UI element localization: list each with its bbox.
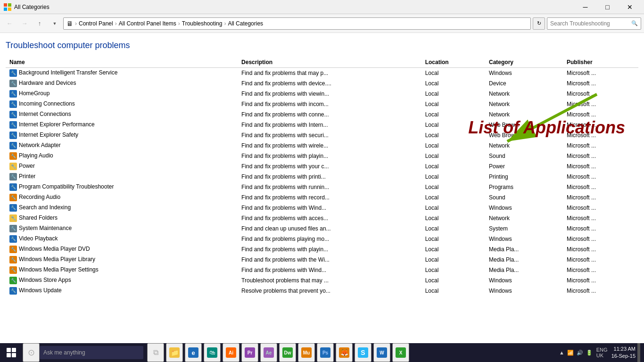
cell-location: Local: [421, 89, 485, 99]
cell-description: Find and fix problems with playin...: [238, 151, 421, 161]
window-title: All Categories: [14, 4, 50, 10]
window-controls: ─ □ ✕: [575, 0, 640, 14]
cell-name: 🔧Windows Media Player Settings: [6, 265, 238, 275]
table-row[interactable]: 🔧Internet Explorer SafetyFind and fix pr…: [6, 130, 638, 140]
row-name-text: Playing Audio: [19, 152, 53, 159]
search-box[interactable]: 🔍: [547, 17, 641, 30]
table-row[interactable]: 🔧Background Intelligent Transfer Service…: [6, 68, 638, 79]
table-row[interactable]: 🔧Windows Store AppsTroubleshoot problems…: [6, 275, 638, 286]
cell-description: Find and fix problems with Intern...: [238, 120, 421, 130]
table-row[interactable]: 🔧Windows Media Player SettingsFind and f…: [6, 265, 638, 275]
close-button[interactable]: ✕: [619, 0, 640, 14]
file-table: Name Description Location Category Publi…: [6, 57, 638, 296]
cell-name: 🔧Internet Explorer Performance: [6, 120, 238, 130]
cell-name: 🔧HomeGroup: [6, 89, 238, 99]
path-all-categories[interactable]: All Categories: [228, 20, 263, 27]
table-row[interactable]: 🔧Windows Media Player LibraryFind and fi…: [6, 255, 638, 265]
table-row[interactable]: 🔧Playing AudioFind and fix problems with…: [6, 151, 638, 161]
row-icon: 🔧: [9, 121, 17, 129]
table-row[interactable]: 🔧Windows UpdateResolve problems that pre…: [6, 286, 638, 296]
cell-publisher: Microsoft ...: [563, 213, 638, 223]
table-row[interactable]: 🔧Hardware and DevicesFind and fix proble…: [6, 78, 638, 89]
row-icon: 🔧: [9, 80, 17, 87]
table-row[interactable]: 🔧Windows Media Player DVDFind and fix pr…: [6, 244, 638, 255]
row-name-text: Shared Folders: [19, 214, 58, 221]
row-icon: 🔧: [9, 194, 17, 201]
address-path[interactable]: 🖥 › Control Panel › All Control Panel It…: [63, 17, 531, 30]
table-row[interactable]: 🔧Network AdapterFind and fix problems wi…: [6, 140, 638, 151]
row-name-text: Windows Media Player Settings: [19, 266, 99, 273]
table-row[interactable]: 🔧PrinterFind and fix problems with print…: [6, 172, 638, 182]
cell-publisher: Microsoft ...: [563, 234, 638, 244]
cell-category: Media Pla...: [485, 244, 563, 255]
path-all-items[interactable]: All Control Panel Items: [119, 20, 176, 27]
cell-publisher: Microsoft ...: [563, 244, 638, 255]
row-name-text: Incoming Connections: [19, 100, 75, 107]
col-category[interactable]: Category: [485, 57, 563, 68]
cell-description: Find and fix problems with playin...: [238, 244, 421, 255]
table-row[interactable]: 🔧Search and IndexingFind and fix problem…: [6, 203, 638, 213]
cell-description: Troubleshoot problems that may ...: [238, 275, 421, 286]
cell-publisher: Microsoft ...: [563, 286, 638, 296]
title-bar-left: All Categories: [4, 3, 50, 11]
row-icon: 🔧: [9, 266, 17, 274]
table-row[interactable]: 🔧System MaintenanceFind and clean up unu…: [6, 223, 638, 234]
table-header-row: Name Description Location Category Publi…: [6, 57, 638, 68]
table-row[interactable]: 🔧PowerFind and fix problems with your c.…: [6, 161, 638, 172]
cell-description: Find and fix problems with acces...: [238, 213, 421, 223]
cell-name: 🔧Windows Media Player Library: [6, 255, 238, 265]
cell-category: Web Brow...: [485, 130, 563, 140]
table-row[interactable]: 🔧Internet Explorer PerformanceFind and f…: [6, 120, 638, 130]
cell-category: Media Pla...: [485, 265, 563, 275]
row-name-text: Hardware and Devices: [19, 80, 76, 86]
cell-description: Find and fix problems with the Wi...: [238, 255, 421, 265]
col-name[interactable]: Name: [6, 57, 238, 68]
col-publisher[interactable]: Publisher: [563, 57, 638, 68]
cell-category: Network: [485, 140, 563, 151]
cell-location: Local: [421, 286, 485, 296]
back-button[interactable]: ←: [3, 17, 16, 30]
cell-publisher: Microsoft ...: [563, 203, 638, 213]
table-row[interactable]: 🔧HomeGroupFind and fix problems with vie…: [6, 89, 638, 99]
cell-category: Windows: [485, 234, 563, 244]
col-description[interactable]: Description: [238, 57, 421, 68]
path-troubleshooting[interactable]: Troubleshooting: [182, 20, 223, 27]
recent-locations-button[interactable]: ▼: [48, 17, 61, 30]
cell-name: 🔧System Maintenance: [6, 223, 238, 234]
title-bar: All Categories ─ □ ✕: [0, 0, 644, 14]
cell-description: Find and fix problems that may p...: [238, 68, 421, 79]
table-row[interactable]: 🔧Shared FoldersFind and fix problems wit…: [6, 213, 638, 223]
table-row[interactable]: 🔧Internet ConnectionsFind and fix proble…: [6, 109, 638, 120]
col-location[interactable]: Location: [421, 57, 485, 68]
table-row[interactable]: 🔧Program Compatibility TroubleshooterFin…: [6, 182, 638, 192]
cell-category: Network: [485, 99, 563, 109]
row-name-text: Network Adapter: [19, 142, 61, 148]
cell-category: Network: [485, 109, 563, 120]
cell-category: Windows: [485, 203, 563, 213]
cell-location: Local: [421, 223, 485, 234]
address-bar: ← → ↑ ▼ 🖥 › Control Panel › All Control …: [0, 14, 644, 33]
table-row[interactable]: 🔧Recording AudioFind and fix problems wi…: [6, 192, 638, 203]
row-name-text: Internet Connections: [19, 111, 71, 117]
cell-publisher: Microsoft ...: [563, 68, 638, 79]
cell-location: Local: [421, 203, 485, 213]
cell-publisher: Microsoft ...: [563, 151, 638, 161]
minimize-button[interactable]: ─: [575, 0, 596, 14]
row-icon: 🔧: [9, 183, 17, 191]
table-row[interactable]: 🔧Incoming ConnectionsFind and fix proble…: [6, 99, 638, 109]
cell-publisher: Microsoft ...: [563, 130, 638, 140]
page-title: Troubleshoot computer problems: [6, 41, 638, 50]
cell-category: Network: [485, 89, 563, 99]
refresh-button[interactable]: ↻: [533, 17, 545, 30]
table-row[interactable]: 🔧Video PlaybackFind and fix problems pla…: [6, 234, 638, 244]
cell-category: Programs: [485, 182, 563, 192]
cell-publisher: Microsoft ...: [563, 223, 638, 234]
path-control-panel[interactable]: Control Panel: [79, 20, 113, 27]
row-name-text: Power: [19, 163, 35, 169]
forward-button[interactable]: →: [18, 17, 31, 30]
up-button[interactable]: ↑: [33, 17, 46, 30]
search-input[interactable]: [550, 20, 631, 27]
maximize-button[interactable]: □: [597, 0, 618, 14]
svg-rect-1: [8, 3, 11, 7]
cell-description: Find and fix problems with device....: [238, 78, 421, 89]
